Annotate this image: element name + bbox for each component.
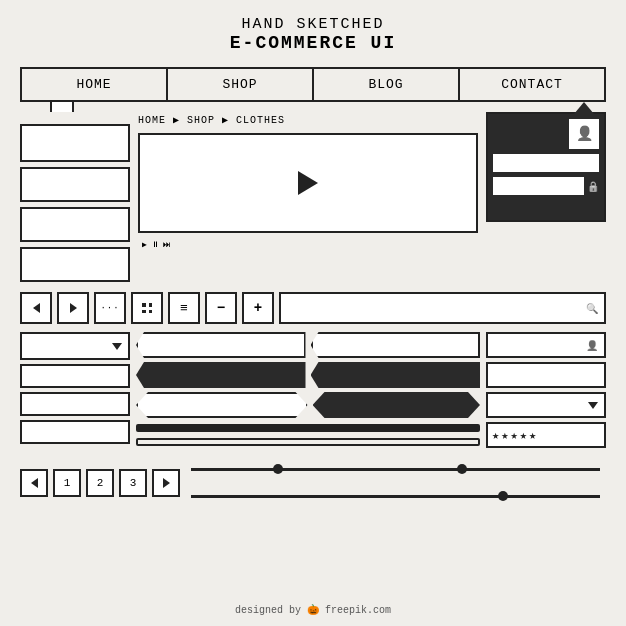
nav-item-home[interactable]: HOME <box>22 69 168 100</box>
grid-icon <box>141 302 153 314</box>
tag-outline-1[interactable] <box>136 332 306 358</box>
product-area: HOME ▶ SHOP ▶ CLOTHES ▶ ⏸ ⏭ <box>138 112 478 282</box>
back-arrow-icon <box>33 303 40 313</box>
lock-icon <box>587 177 599 195</box>
nav-item-shop[interactable]: SHOP <box>168 69 314 100</box>
slider-track-2 <box>191 495 600 498</box>
list-icon: ≡ <box>180 301 188 316</box>
select-arrow-icon <box>588 402 598 409</box>
star-5[interactable]: ★ <box>529 428 536 443</box>
tag-outline-2[interactable] <box>311 332 481 358</box>
title-area: HAND SKETCHED E-COMMERCE UI <box>230 16 396 53</box>
tag-row-3 <box>136 392 480 418</box>
footer: designed by 🎃 freepik.com <box>235 600 391 616</box>
video-box <box>138 133 478 233</box>
dots-icon: ··· <box>100 303 119 313</box>
nav-item-blog[interactable]: BLOG <box>314 69 460 100</box>
person-icon <box>576 125 593 143</box>
sidebar-box-1 <box>20 124 130 162</box>
slider-dot-1a[interactable] <box>273 464 283 474</box>
fr-input-2[interactable] <box>486 362 606 388</box>
tag-row-2 <box>136 362 480 388</box>
filters-row: ★ ★ ★ ★ ★ <box>20 332 606 448</box>
star-4[interactable]: ★ <box>520 428 527 443</box>
skip-ctrl[interactable]: ⏭ <box>163 240 171 249</box>
filter-item-3[interactable] <box>20 420 130 444</box>
sidebar-box-4 <box>20 247 130 282</box>
filter-left <box>20 332 130 444</box>
content-row: HOME ▶ SHOP ▶ CLOTHES ▶ ⏸ ⏭ <box>20 112 606 282</box>
ctrl-minus[interactable]: − <box>205 292 237 324</box>
avatar <box>569 119 599 149</box>
breadcrumb: HOME ▶ SHOP ▶ CLOTHES <box>138 112 478 128</box>
star-1[interactable]: ★ <box>492 428 499 443</box>
filter-dropdown[interactable] <box>20 332 130 360</box>
slider-area <box>185 460 606 506</box>
filter-item-2[interactable] <box>20 392 130 416</box>
title-line2: E-COMMERCE UI <box>230 33 396 53</box>
ctrl-back[interactable] <box>20 292 52 324</box>
tag-dark-1[interactable] <box>136 362 306 388</box>
filter-item-1[interactable] <box>20 364 130 388</box>
play-ctrl[interactable]: ▶ <box>142 240 147 249</box>
left-sidebar <box>20 112 130 282</box>
prev-arrow-icon <box>31 478 38 488</box>
ctrl-list[interactable]: ≡ <box>168 292 200 324</box>
sidebar-tab-wrap <box>20 112 130 162</box>
filter-right: ★ ★ ★ ★ ★ <box>486 332 606 448</box>
sidebar-box-2 <box>20 167 130 202</box>
stars-row: ★ ★ ★ ★ ★ <box>486 422 606 448</box>
minus-icon: − <box>217 300 225 316</box>
dark-arrow <box>574 102 594 114</box>
rp-input-1[interactable] <box>493 154 599 172</box>
play-button[interactable] <box>298 171 318 195</box>
page-1[interactable]: 1 <box>53 469 81 497</box>
page-3[interactable]: 3 <box>119 469 147 497</box>
controls-row: ··· ≡ − + <box>20 292 606 324</box>
slider-dot-2a[interactable] <box>498 491 508 501</box>
ctrl-plus[interactable]: + <box>242 292 274 324</box>
fr-select[interactable] <box>486 392 606 418</box>
sidebar-tab <box>50 100 74 112</box>
right-panel <box>486 112 606 282</box>
wide-bar-dark <box>136 424 480 432</box>
slider-dot-1b[interactable] <box>457 464 467 474</box>
sidebar-box-3 <box>20 207 130 242</box>
page-2[interactable]: 2 <box>86 469 114 497</box>
fr-input-1[interactable] <box>486 332 606 358</box>
title-line1: HAND SKETCHED <box>230 16 396 33</box>
star-2[interactable]: ★ <box>501 428 508 443</box>
tag-hex-outline[interactable] <box>136 392 308 418</box>
play-arrow-icon <box>70 303 77 313</box>
ctrl-play[interactable] <box>57 292 89 324</box>
rp-input-row <box>493 177 599 195</box>
rp-input-2[interactable] <box>493 177 584 195</box>
footer-text: designed by 🎃 freepik.com <box>235 605 391 616</box>
star-3[interactable]: ★ <box>510 428 517 443</box>
rp-dark-panel <box>486 112 606 222</box>
tag-center <box>136 332 480 446</box>
search-icon <box>586 299 598 317</box>
nav-item-contact[interactable]: CONTACT <box>460 69 604 100</box>
next-arrow-icon <box>163 478 170 488</box>
pause-ctrl[interactable]: ⏸ <box>151 240 159 249</box>
nav-bar: HOME SHOP BLOG CONTACT <box>20 67 606 102</box>
page-prev[interactable] <box>20 469 48 497</box>
search-box[interactable] <box>279 292 606 324</box>
slider-track-1 <box>191 468 600 471</box>
wide-bar-outline <box>136 438 480 446</box>
page-wrapper: HAND SKETCHED E-COMMERCE UI HOME SHOP BL… <box>0 0 626 626</box>
person-icon-sm <box>586 336 598 354</box>
tag-row-1 <box>136 332 480 358</box>
pagination-row: 1 2 3 <box>20 460 606 506</box>
video-controls: ▶ ⏸ ⏭ <box>138 240 478 249</box>
tag-hex-dark[interactable] <box>313 392 481 418</box>
ctrl-grid[interactable] <box>131 292 163 324</box>
dropdown-arrow-icon <box>112 343 122 350</box>
ctrl-dots[interactable]: ··· <box>94 292 126 324</box>
plus-icon: + <box>254 300 262 316</box>
tag-dark-2[interactable] <box>311 362 481 388</box>
page-next[interactable] <box>152 469 180 497</box>
